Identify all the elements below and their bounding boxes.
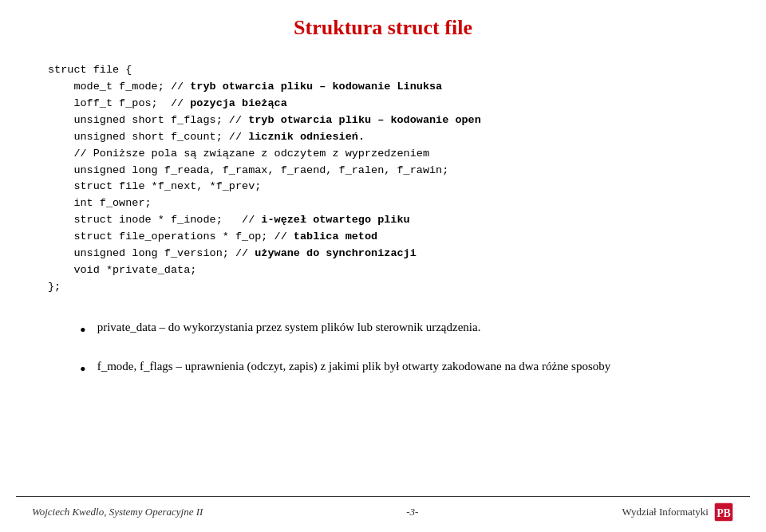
bullet-text-1: private_data – do wykorzystania przez sy… bbox=[97, 318, 718, 337]
bullet-section: • private_data – do wykorzystania przez … bbox=[48, 318, 718, 382]
code-block: struct file { mode_t f_mode; // tryb otw… bbox=[48, 62, 718, 296]
footer-right: Wydział Informatyki PB bbox=[622, 502, 734, 522]
footer-center: -3- bbox=[406, 506, 418, 518]
footer: Wojciech Kwedlo, Systemy Operacyjne II -… bbox=[16, 496, 750, 522]
list-item: • private_data – do wykorzystania przez … bbox=[80, 318, 718, 343]
footer-left: Wojciech Kwedlo, Systemy Operacyjne II bbox=[32, 506, 203, 518]
svg-text:PB: PB bbox=[717, 507, 731, 519]
footer-right-text: Wydział Informatyki bbox=[622, 506, 709, 518]
page-container: Struktura struct file struct file { mode… bbox=[0, 0, 766, 532]
list-item: • f_mode, f_flags – uprawnienia (odczyt,… bbox=[80, 357, 718, 382]
bullet-text-2: f_mode, f_flags – uprawnienia (odczyt, z… bbox=[97, 357, 718, 376]
bullet-icon: • bbox=[80, 317, 86, 343]
pb-logo-icon: PB bbox=[713, 502, 734, 522]
bullet-icon: • bbox=[80, 356, 86, 382]
page-title: Struktura struct file bbox=[48, 16, 718, 40]
